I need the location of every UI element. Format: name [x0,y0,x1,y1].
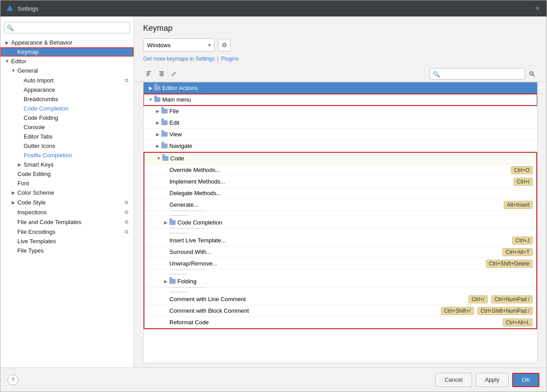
sidebar-item-editor[interactable]: ▼ Editor [0,57,134,66]
keymap-select[interactable]: Windows macOS Eclipse NetBeans Emacs [143,38,214,52]
km-row-override-methods[interactable]: Override Methods... Ctrl+O [144,164,536,176]
km-row-edit[interactable]: ▶ Edit [144,117,537,129]
sidebar-item-file-code-templates[interactable]: File and Code Templates ⧉ [0,217,134,227]
keymap-search-input[interactable] [442,71,522,77]
chevron-placeholder [10,49,16,55]
km-row-insert-live-template[interactable]: Insert Live Template... Ctrl+J [144,235,536,246]
sidebar-item-font[interactable]: Font [0,179,134,188]
keymap-select-wrapper: Windows macOS Eclipse NetBeans Emacs ▼ [143,38,214,52]
km-separator: ----------- [144,229,536,235]
sidebar-item-inspections[interactable]: Inspections ⧉ [0,207,134,217]
cancel-button[interactable]: Cancel [435,373,472,387]
content-header: Keymap Windows macOS Eclipse NetBeans Em… [134,16,547,66]
chevron-placeholder [16,115,23,121]
km-row-surround-with[interactable]: Surround With... Ctrl+Alt+T [144,246,536,258]
keymap-tree-area: ▶ Editor Actions ▼ Main menu ▶ Fi [143,82,538,363]
folder-icon [161,132,168,137]
km-row-view[interactable]: ▶ View [144,129,537,140]
plugins-link[interactable]: Plugins [221,56,239,62]
km-item-label: Comment with Block Comment [169,307,439,314]
sidebar-item-code-folding[interactable]: Code Folding [0,113,134,122]
sidebar-item-live-templates[interactable]: Live Templates [0,237,134,246]
sidebar-search-icon: 🔍 [7,24,14,31]
sidebar-item-appearance-behavior[interactable]: ▶ Appearance & Behavior [0,38,134,47]
km-row-folding[interactable]: ▶ Folding [144,276,536,287]
find-in-keymap-button[interactable] [526,68,538,80]
sidebar-item-auto-import[interactable]: Auto Import ⧉ [0,75,134,85]
sidebar-item-label: Code Editing [17,171,130,177]
km-item-label: Generate... [169,201,502,208]
km-row-reformat-code[interactable]: Reformat Code Ctrl+Alt+L [144,317,536,328]
edit-button[interactable] [168,68,180,80]
sidebar-item-color-scheme[interactable]: ▶ Color Scheme [0,188,134,197]
close-button[interactable]: × [534,5,541,12]
sidebar-item-label: Console [24,124,130,131]
km-row-comment-block[interactable]: Comment with Block Comment Ctrl+Shift+/ … [144,305,536,317]
sidebar-item-label: Live Templates [17,238,130,245]
km-item-label: Navigate [169,143,534,149]
copy-badge-icon: ⧉ [123,228,130,235]
sidebar-item-label: General [17,67,130,74]
km-row-generate[interactable]: Generate... Alt+Insert [144,199,536,211]
folder-icon [161,120,168,125]
km-item-label: Editor Actions [162,85,534,91]
dialog-body: 🔍 ▶ Appearance & Behavior Keymap ▼ Edito… [0,16,547,368]
chevron-right-icon: ▶ [154,143,161,148]
km-row-editor-actions[interactable]: ▶ Editor Actions [144,82,537,94]
sidebar-item-console[interactable]: Console [0,122,134,132]
sidebar-item-editor-tabs[interactable]: Editor Tabs [0,132,134,141]
chevron-placeholder [10,219,16,225]
chevron-placeholder [10,238,16,245]
sidebar-item-label: Gutter Icons [24,143,130,149]
copy-badge-icon: ⧉ [123,208,130,216]
shortcut-badge: Ctrl+Alt+L [503,318,533,327]
km-row-unwrap-remove[interactable]: Unwrap/Remove... Ctrl+Shift+Delete [144,258,536,270]
chevron-right-icon: ▶ [10,190,16,196]
get-more-keymaps-link-row: Get more keymaps in Settings | Plugins [143,55,538,62]
sidebar-item-keymap[interactable]: Keymap [0,47,134,57]
km-row-code-completion[interactable]: ▶ Code Completion [144,217,536,229]
km-row-implement-methods[interactable]: Implement Methods... Ctrl+I [144,176,536,188]
separator-line: ----------- [169,287,205,294]
sidebar-item-general[interactable]: ▼ General [0,66,134,75]
app-logo-icon [6,4,14,12]
bottom-actions: Cancel Apply OK [435,373,539,387]
ok-button[interactable]: OK [512,373,539,387]
sidebar-item-appearance[interactable]: Appearance [0,85,134,94]
km-row-delegate-methods[interactable]: Delegate Methods... [144,188,536,199]
collapse-all-button[interactable] [156,68,167,80]
chevron-down-icon: ▼ [155,156,162,161]
sidebar-item-gutter-icons[interactable]: Gutter Icons [0,141,134,151]
sidebar-item-file-types[interactable]: File Types [0,246,134,255]
separator-line: ----------- [169,229,205,235]
km-row-file[interactable]: ▶ File [144,106,537,117]
chevron-right-icon: ▶ [154,109,161,114]
sidebar-item-breadcrumbs[interactable]: Breadcrumbs [0,94,134,104]
sidebar-item-label: Postfix Completion [24,152,130,159]
sidebar-item-code-editing[interactable]: Code Editing [0,169,134,179]
expand-all-button[interactable] [143,68,155,80]
get-more-keymaps-link[interactable]: Get more keymaps in Settings [143,56,215,62]
km-row-code[interactable]: ▼ Code [144,153,536,164]
sidebar-item-label: Editor [11,58,130,65]
shortcut-badge: Ctrl+J [512,237,533,245]
bottom-bar: ? Cancel Apply OK [0,368,547,392]
shortcut-badge: Ctrl+Alt+T [502,248,533,256]
sidebar-item-code-style[interactable]: ▶ Code Style ⧉ [0,197,134,207]
help-button[interactable]: ? [8,375,18,385]
sidebar-item-label: Editor Tabs [24,133,130,140]
sidebar-item-smart-keys[interactable]: ▶ Smart Keys [0,160,134,169]
sidebar-item-file-encodings[interactable]: File Encodings ⧉ [0,227,134,237]
km-separator: ----------- [144,270,536,276]
chevron-placeholder [16,143,23,149]
km-row-main-menu[interactable]: ▼ Main menu [144,94,537,106]
sidebar-search-input[interactable] [4,22,130,33]
keymap-gear-button[interactable]: ⚙ [218,39,230,51]
km-row-navigate[interactable]: ▶ Navigate [144,140,537,152]
apply-button[interactable]: Apply [476,373,509,387]
km-item-label: Main menu [162,96,534,103]
sidebar-item-code-completion[interactable]: Code Completion [0,104,134,113]
chevron-down-icon: ▼ [4,58,10,65]
km-row-comment-line[interactable]: Comment with Line Comment Ctrl+/ Ctrl+Nu… [144,294,536,305]
sidebar-item-postfix-completion[interactable]: Postfix Completion [0,151,134,160]
